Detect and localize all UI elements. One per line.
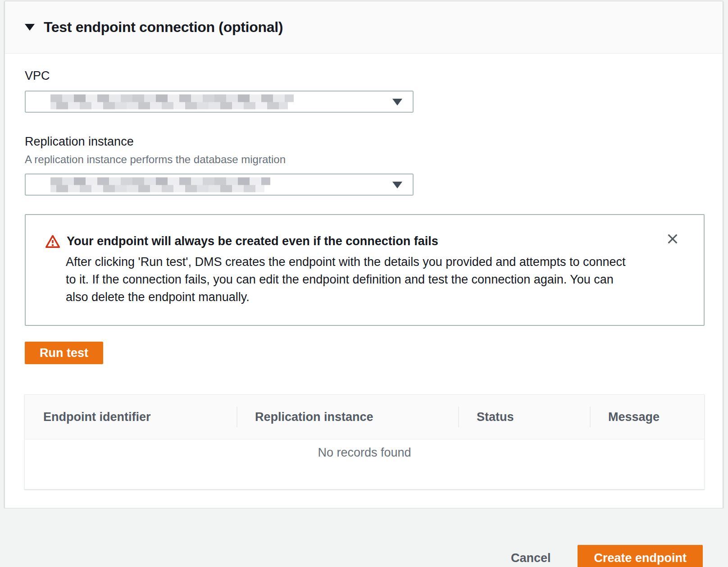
warning-alert-body: After clicking 'Run test', DMS creates t… — [66, 253, 641, 306]
warning-alert-body-line: also delete the endpoint manually. — [66, 288, 641, 306]
vpc-field: VPC — [25, 69, 705, 113]
replication-instance-label: Replication instance — [25, 135, 705, 149]
create-endpoint-button[interactable]: Create endpoint — [578, 545, 703, 567]
redacted-vpc-value — [50, 94, 294, 109]
warning-alert-title: Your endpoint will always be created eve… — [67, 233, 438, 249]
page: Test endpoint connection (optional) VPC … — [0, 1, 728, 567]
section-body: VPC Replication instance A replication i… — [5, 54, 723, 508]
table-empty-state: No records found — [25, 439, 704, 489]
column-header-message: Message — [590, 410, 704, 424]
warning-alert-body-line: After clicking 'Run test', DMS creates t… — [66, 253, 641, 271]
close-icon[interactable] — [664, 230, 681, 247]
column-header-endpoint-identifier: Endpoint identifier — [25, 410, 237, 424]
section-header[interactable]: Test endpoint connection (optional) — [5, 1, 723, 54]
caret-down-icon — [392, 99, 402, 105]
column-header-status: Status — [458, 410, 590, 424]
test-results-table: Endpoint identifier Replication instance… — [24, 394, 705, 489]
redacted-replication-instance-value — [50, 177, 270, 192]
warning-alert-body-line: to it. If the connection fails, you can … — [66, 271, 641, 288]
section-title: Test endpoint connection (optional) — [44, 19, 283, 36]
test-endpoint-section: Test endpoint connection (optional) VPC … — [5, 1, 723, 508]
replication-instance-description: A replication instance performs the data… — [25, 153, 705, 166]
warning-triangle-icon — [46, 234, 60, 251]
warning-alert: Your endpoint will always be created eve… — [25, 214, 705, 326]
collapse-caret-icon[interactable] — [25, 24, 35, 31]
replication-instance-select[interactable] — [25, 174, 414, 196]
column-header-replication-instance: Replication instance — [237, 410, 458, 424]
replication-instance-field: Replication instance A replication insta… — [25, 135, 705, 196]
warning-alert-title-row: Your endpoint will always be created eve… — [46, 233, 641, 251]
caret-down-icon — [392, 182, 402, 188]
footer: Cancel Create endpoint — [0, 508, 728, 567]
table-header-row: Endpoint identifier Replication instance… — [25, 395, 704, 439]
run-test-button[interactable]: Run test — [25, 342, 103, 364]
vpc-select[interactable] — [25, 91, 414, 113]
footer-actions: Cancel Create endpoint — [0, 508, 728, 567]
cancel-button[interactable]: Cancel — [511, 551, 551, 565]
vpc-label: VPC — [25, 69, 705, 83]
